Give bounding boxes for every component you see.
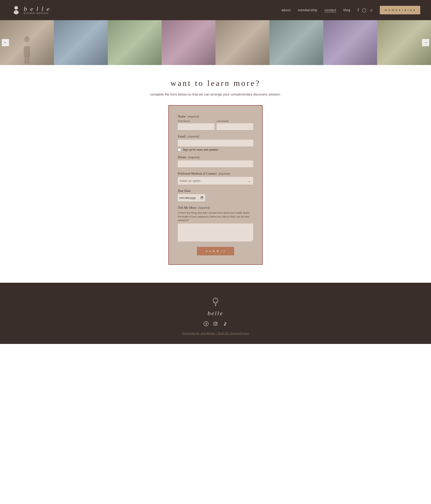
slider-track — [0, 20, 431, 65]
svg-point-12 — [216, 322, 217, 323]
footer-social-icons — [4, 321, 427, 327]
svg-rect-6 — [25, 57, 27, 64]
email-section: Email (required) Sign up for news and up… — [178, 135, 253, 151]
name-row: First Name Last Name — [178, 120, 253, 130]
due-date-section: Due Date — [178, 189, 253, 202]
footer-belle-text: belle — [4, 310, 427, 317]
main-nav: about membership contact blog f ◯ ♫ m e … — [282, 6, 420, 14]
instagram-icon[interactable]: ◯ — [362, 8, 366, 13]
preferred-contact-select[interactable]: Select an option Email Phone Text — [178, 177, 253, 185]
last-name-input[interactable] — [217, 123, 253, 130]
preferred-contact-label: Preferred Method of Contact (required) — [178, 172, 253, 176]
due-date-input[interactable] — [178, 194, 205, 202]
phone-label: Phone (required) — [178, 155, 253, 159]
logo-belle-text: b e l l e — [24, 6, 50, 12]
nav-about[interactable]: about — [282, 8, 291, 12]
site-footer: belle Designed By Jen Maher | Built By S… — [0, 283, 431, 344]
svg-point-0 — [14, 6, 18, 10]
hero-slider: ← → — [0, 20, 431, 65]
contact-form: Name (required) First Name Last Name — [178, 115, 253, 255]
name-label: Name (required) — [178, 115, 253, 118]
section-title: want to learn more? — [108, 79, 323, 88]
submit-button[interactable]: s u b m i t — [197, 247, 234, 255]
social-icons-nav: f ◯ ♫ — [357, 8, 373, 13]
slide-2 — [54, 20, 108, 65]
footer-facebook-icon[interactable] — [204, 321, 208, 327]
email-input[interactable] — [178, 140, 253, 147]
footer-credit[interactable]: Designed By Jen Maher | Built By SquareK… — [4, 332, 427, 335]
svg-point-3 — [24, 36, 30, 42]
site-header: b e l l e prenatal wellness about member… — [0, 0, 431, 20]
footer-tiktok-icon[interactable] — [223, 321, 227, 327]
slider-next-button[interactable]: → — [422, 39, 429, 46]
name-section: Name (required) First Name Last Name — [178, 115, 253, 130]
slide-7 — [323, 20, 377, 65]
nav-blog[interactable]: blog — [343, 8, 350, 12]
logo-sub-text: prenatal wellness — [24, 12, 50, 14]
signup-checkbox[interactable] — [178, 148, 181, 151]
last-name-col: Last Name — [217, 120, 253, 130]
slide-4 — [162, 20, 216, 65]
email-label: Email (required) — [178, 135, 253, 138]
phone-input[interactable] — [178, 161, 253, 168]
signup-checkbox-row: Sign up for news and updates — [178, 148, 253, 151]
slide-5 — [216, 20, 269, 65]
tell-more-textarea[interactable] — [178, 224, 253, 242]
tell-more-hint: Is there any thing else that I should kn… — [178, 211, 253, 222]
tell-more-label: Tell Me More (required) — [178, 206, 253, 210]
first-name-label: First Name — [178, 120, 214, 122]
tiktok-icon[interactable]: ♫ — [369, 8, 373, 13]
footer-logo-icon — [210, 296, 221, 307]
logo-icon — [11, 5, 21, 16]
main-content: want to learn more? complete the form be… — [103, 65, 328, 283]
last-name-label: Last Name — [217, 120, 253, 122]
svg-point-5 — [25, 47, 29, 53]
svg-point-8 — [215, 305, 216, 306]
preferred-select-wrapper: Select an option Email Phone Text ⌄ — [178, 177, 253, 185]
tell-more-section: Tell Me More (required) Is there any thi… — [178, 206, 253, 242]
slide-figure-1 — [20, 34, 34, 65]
section-subtitle: complete the form below so that we can a… — [108, 92, 323, 96]
first-name-input[interactable] — [178, 123, 214, 130]
facebook-icon[interactable]: f — [357, 8, 359, 13]
slide-6 — [269, 20, 323, 65]
nav-contact[interactable]: contact — [325, 8, 336, 12]
svg-point-1 — [14, 10, 19, 14]
phone-section: Phone (required) — [178, 155, 253, 168]
due-date-label: Due Date — [178, 189, 253, 193]
first-name-col: First Name — [178, 120, 214, 130]
slider-prev-button[interactable]: ← — [2, 39, 9, 46]
slide-3 — [108, 20, 162, 65]
svg-rect-7 — [27, 57, 29, 64]
logo-text-block: b e l l e prenatal wellness — [24, 6, 50, 14]
signup-label: Sign up for news and updates — [183, 148, 218, 151]
member-area-button[interactable]: m e m b e r a r e a — [380, 6, 420, 14]
preferred-contact-section: Preferred Method of Contact (required) S… — [178, 172, 253, 185]
footer-instagram-icon[interactable] — [213, 321, 218, 327]
svg-point-11 — [215, 323, 216, 325]
logo-area[interactable]: b e l l e prenatal wellness — [11, 5, 50, 16]
svg-point-2 — [15, 11, 16, 12]
nav-membership[interactable]: membership — [298, 8, 318, 12]
contact-form-container: Name (required) First Name Last Name — [168, 105, 263, 265]
